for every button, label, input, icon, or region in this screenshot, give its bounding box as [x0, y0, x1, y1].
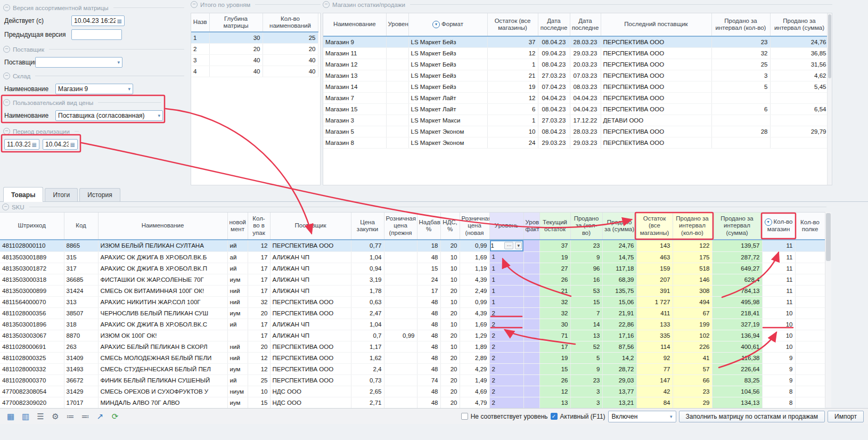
cell[interactable]	[523, 363, 539, 374]
cell[interactable]: 04.04.23	[570, 104, 601, 115]
cell[interactable]	[386, 137, 408, 149]
cell[interactable]: 32	[248, 296, 270, 307]
cell[interactable]: 4811028000370	[0, 374, 64, 386]
cell[interactable]: 13,77	[602, 386, 636, 397]
cell[interactable]: 495,98	[712, 296, 762, 307]
cell[interactable]	[386, 126, 408, 137]
column-header[interactable]: Продано за интервал (сумма)	[712, 213, 762, 240]
cell[interactable]: ПЕРСПЕКТИВА ООО	[601, 137, 711, 149]
column-header[interactable]: Продано за интервал (сумма)	[770, 13, 829, 36]
cell[interactable]: 1	[489, 296, 523, 307]
cell[interactable]: СМЕСЬ СТУДЕНЧЕСКАЯ БЕЛЫЙ ПЕЛ	[98, 363, 227, 374]
cell[interactable]: 13	[539, 397, 570, 408]
table-row[interactable]: Магазин 14LS Маркет Бейз1907.04.2308.03.…	[323, 82, 829, 93]
cell[interactable]: 21	[487, 70, 538, 82]
cell[interactable]	[386, 70, 408, 82]
cell[interactable]: 2	[191, 44, 209, 55]
cell[interactable]: 1,29	[460, 330, 489, 341]
cell[interactable]: 2,89	[460, 352, 489, 363]
cell[interactable]: АЛИЖАН ЧП	[270, 330, 351, 341]
cell[interactable]	[795, 274, 825, 285]
cell[interactable]: 10	[440, 274, 460, 285]
table-row[interactable]: Магазин 3LS Маркет Макси127.03.2317.12.2…	[323, 115, 829, 126]
cell[interactable]: 24,76	[602, 240, 636, 251]
cell[interactable]: 52	[570, 341, 602, 352]
cell[interactable]: 07.04.23	[538, 82, 570, 93]
cell[interactable]	[384, 240, 417, 251]
scrollbar-thumb[interactable]	[826, 213, 831, 261]
period-from-input[interactable]: 11.03.23 ▦	[4, 139, 39, 150]
cell[interactable]: 2	[489, 363, 523, 374]
cell[interactable]: 3	[570, 386, 602, 397]
cell[interactable]: 77	[636, 363, 673, 374]
cell[interactable]	[523, 397, 539, 408]
cell[interactable]: 0,99	[460, 296, 489, 307]
cell[interactable]: 2	[489, 397, 523, 408]
cell[interactable]: 31409	[64, 352, 98, 363]
cell[interactable]: 518	[673, 263, 712, 274]
cell[interactable]	[227, 330, 248, 341]
cell[interactable]: АРАХИС ОК ДЖИГА В ХР.ОБОЛ.ВК.П	[98, 263, 227, 274]
cell[interactable]: иум	[227, 397, 248, 408]
cell[interactable]: 32	[539, 307, 570, 319]
cell[interactable]: 9	[570, 363, 602, 374]
cell[interactable]: 2	[489, 341, 523, 352]
cell[interactable]: 4813503001872	[0, 263, 64, 274]
cell[interactable]: 143	[636, 240, 673, 251]
cell[interactable]: 27	[539, 263, 570, 274]
column-header[interactable]: Дата последне	[570, 13, 601, 36]
cell[interactable]	[523, 285, 539, 296]
cell[interactable]: 1,89	[460, 341, 489, 352]
cell[interactable]	[795, 285, 825, 296]
cell[interactable]: АЛИЖАН ЧП	[270, 285, 351, 296]
cell[interactable]: 32	[711, 48, 770, 59]
column-header[interactable]: Последний поставщик	[601, 13, 711, 36]
cell[interactable]: 24	[417, 274, 440, 285]
cell[interactable]: 07.03.23	[570, 70, 601, 82]
cell[interactable]: 96	[570, 263, 602, 274]
cell[interactable]: 1	[489, 274, 523, 285]
table-row[interactable]: 48110280001108865ИЗЮМ БЕЛЫЙ ПЕЛИКАН СУЛТ…	[0, 240, 825, 251]
cell[interactable]: Магазин 7	[323, 93, 386, 104]
cell[interactable]: 4811028000332	[0, 363, 64, 374]
cell[interactable]: 628,4	[712, 274, 762, 285]
cell[interactable]	[386, 104, 408, 115]
cell[interactable]: 12	[487, 48, 538, 59]
cell[interactable]: 19	[487, 82, 538, 93]
cell[interactable]: 3	[711, 70, 770, 82]
cell[interactable]: 04.04.23	[538, 93, 570, 104]
cell[interactable]: LS Маркет Эконом	[408, 126, 487, 137]
cell[interactable]: LS Маркет Бейз	[408, 59, 487, 70]
cell[interactable]: 20.03.23	[570, 59, 601, 70]
cell[interactable]: 17	[248, 285, 270, 296]
cell[interactable]	[523, 240, 539, 251]
cell[interactable]: 649,27	[712, 263, 762, 274]
cell[interactable]: 4770082309020	[0, 397, 64, 408]
cell[interactable]: 26	[539, 374, 570, 386]
cell[interactable]: Магазин 13	[323, 70, 386, 82]
cell[interactable]: 4813503001889	[0, 251, 64, 263]
cell[interactable]: 3	[570, 397, 602, 408]
cell[interactable]	[384, 274, 417, 285]
cell[interactable]	[795, 352, 825, 363]
cell[interactable]	[795, 386, 825, 397]
cell[interactable]	[523, 307, 539, 319]
cell[interactable]	[711, 93, 770, 104]
cell[interactable]: 463	[636, 251, 673, 263]
grid-icon[interactable]: ▦	[4, 411, 17, 422]
cell[interactable]	[795, 296, 825, 307]
cell[interactable]	[384, 319, 417, 330]
cell[interactable]: 48	[417, 307, 440, 319]
cell[interactable]: 12	[248, 352, 270, 363]
cell[interactable]: 28,72	[602, 363, 636, 374]
cell[interactable]	[795, 330, 825, 341]
cell[interactable]	[523, 296, 539, 307]
cell[interactable]: 29	[673, 397, 712, 408]
collapse-icon[interactable]: –	[2, 203, 9, 210]
cell[interactable]: иум	[227, 307, 248, 319]
cell[interactable]: 20	[263, 44, 318, 55]
table-row[interactable]: 4813503001889315АРАХИС ОК ДЖИГА В ХР.ОБО…	[0, 251, 825, 263]
cell[interactable]: 23	[570, 240, 602, 251]
cell[interactable]: 9	[762, 363, 795, 374]
settings-gear-icon[interactable]: ⚙	[49, 411, 62, 422]
